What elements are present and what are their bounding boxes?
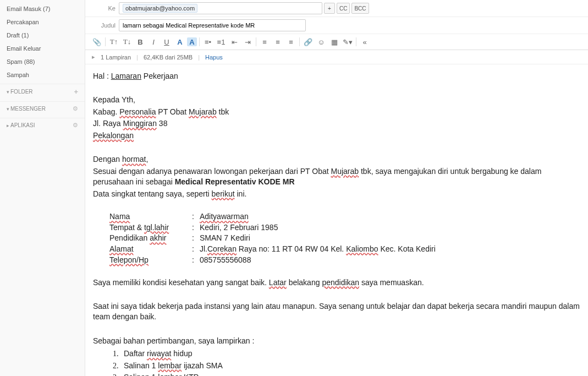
chevron-down-icon: ▾: [7, 89, 9, 95]
bullet-list-icon[interactable]: ≡•: [202, 36, 214, 47]
sidebar-draft[interactable]: Draft (1): [0, 29, 85, 42]
sidebar: Email Masuk (7) Percakapan Draft (1) Ema…: [0, 0, 85, 376]
sidebar-sent[interactable]: Email Keluar: [0, 42, 85, 55]
attachment-size: 62,4KB dari 25MB: [144, 54, 193, 61]
bcc-button[interactable]: BCC: [351, 3, 369, 14]
subject-row: Judul: [85, 17, 588, 34]
chevron-right-icon: ▸: [92, 53, 95, 61]
remove-attachment-link[interactable]: Hapus: [205, 54, 223, 61]
chevron-down-icon: ▾: [7, 106, 9, 112]
section-aplikasi[interactable]: ▸APLIKASI ⚙: [0, 118, 85, 132]
link-icon[interactable]: 🔗: [302, 36, 314, 47]
sidebar-trash[interactable]: Sampah: [0, 68, 85, 81]
gear-icon[interactable]: ⚙: [73, 105, 78, 112]
more-format-icon[interactable]: ✎▾: [342, 36, 354, 47]
bold-icon[interactable]: B: [134, 36, 146, 47]
subject-input[interactable]: [119, 19, 306, 31]
gear-icon[interactable]: ⚙: [73, 122, 78, 129]
add-folder-icon[interactable]: +: [74, 88, 78, 96]
font-color-icon[interactable]: A: [174, 36, 186, 47]
number-list-icon[interactable]: ≡1: [215, 36, 227, 47]
font-grow-icon[interactable]: T↑: [108, 36, 120, 47]
cc-button[interactable]: CC: [337, 3, 350, 14]
recipient-chip[interactable]: obatmujarab@yahoo.com: [123, 4, 197, 13]
align-center-icon[interactable]: ≡: [272, 36, 284, 47]
compose-pane: Ke obatmujarab@yahoo.com + CC BCC Judul …: [85, 0, 588, 376]
indent-icon[interactable]: ⇥: [241, 36, 254, 47]
sidebar-spam[interactable]: Spam (88): [0, 55, 85, 68]
section-messenger[interactable]: ▾MESSENGER ⚙: [0, 101, 85, 116]
sidebar-conversations[interactable]: Percakapan: [0, 15, 85, 29]
subject-label: Judul: [91, 22, 116, 29]
format-toolbar: 📎 T↑ T↓ B I U A A ≡• ≡1 ⇤ ⇥ ≡ ≡ ≡ 🔗 ☺ ▦ …: [85, 34, 588, 50]
message-body[interactable]: Hal : Lamaran Pekerjaan Kepada Yth, Kaba…: [85, 64, 588, 376]
underline-icon[interactable]: U: [161, 36, 173, 47]
sidebar-inbox[interactable]: Email Masuk (7): [0, 2, 85, 15]
italic-icon[interactable]: I: [147, 36, 160, 47]
add-recipient-button[interactable]: +: [324, 3, 335, 14]
emoji-icon[interactable]: ☺: [315, 36, 327, 47]
to-row: Ke obatmujarab@yahoo.com + CC BCC: [85, 0, 588, 17]
section-folder[interactable]: ▾FOLDER +: [0, 84, 85, 99]
attachment-bar: ▸ 1 Lampiran | 62,4KB dari 25MB | Hapus: [85, 50, 588, 64]
outdent-icon[interactable]: ⇤: [228, 36, 240, 47]
collapse-icon[interactable]: «: [359, 36, 371, 47]
align-left-icon[interactable]: ≡: [259, 36, 271, 47]
to-label: Ke: [91, 5, 116, 12]
chevron-right-icon: ▸: [7, 123, 9, 128]
font-shrink-icon[interactable]: T↓: [121, 36, 133, 47]
attach-icon[interactable]: 📎: [91, 36, 103, 47]
to-input[interactable]: obatmujarab@yahoo.com: [119, 2, 322, 14]
highlight-icon[interactable]: A: [187, 37, 197, 46]
insert-icon[interactable]: ▦: [328, 36, 340, 47]
align-right-icon[interactable]: ≡: [285, 36, 297, 47]
attachment-count[interactable]: 1 Lampiran: [101, 54, 131, 61]
